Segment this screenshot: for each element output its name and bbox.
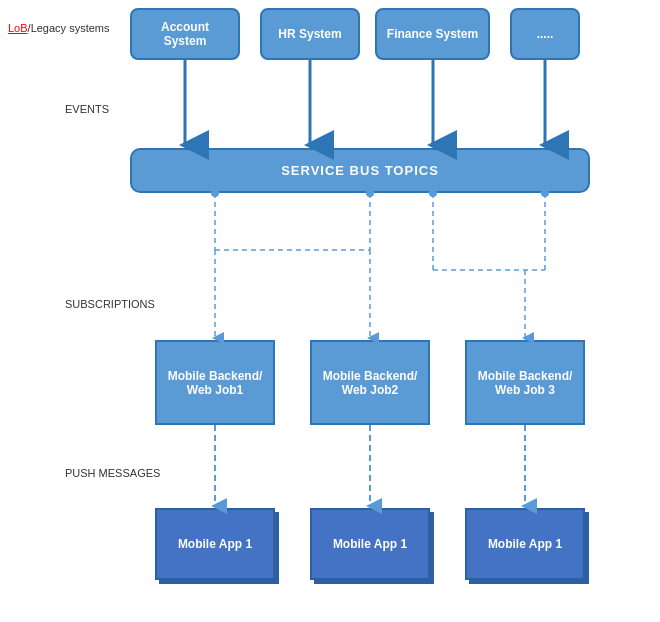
webjob-2: Mobile Backend/ Web Job2	[310, 340, 430, 425]
mobile-app-3: Mobile App 1	[465, 508, 585, 580]
service-bus-topics: SERVICE BUS TOPICS	[130, 148, 590, 193]
source-dots: .....	[510, 8, 580, 60]
webjob-1: Mobile Backend/ Web Job1	[155, 340, 275, 425]
source-account-system: Account System	[130, 8, 240, 60]
source-hr-system: HR System	[260, 8, 360, 60]
architecture-diagram: LoB/Legacy systems EVENTS SUBSCRIPTIONS …	[0, 0, 660, 622]
subscriptions-label: SUBSCRIPTIONS	[65, 298, 155, 310]
webjob-3: Mobile Backend/ Web Job 3	[465, 340, 585, 425]
lob-label: LoB/Legacy systems	[8, 22, 110, 34]
mobile-app-1: Mobile App 1	[155, 508, 275, 580]
source-finance-system: Finance System	[375, 8, 490, 60]
mobile-app-2: Mobile App 1	[310, 508, 430, 580]
push-messages-label: PUSH MESSAGES	[65, 467, 160, 479]
events-label: EVENTS	[65, 103, 109, 115]
